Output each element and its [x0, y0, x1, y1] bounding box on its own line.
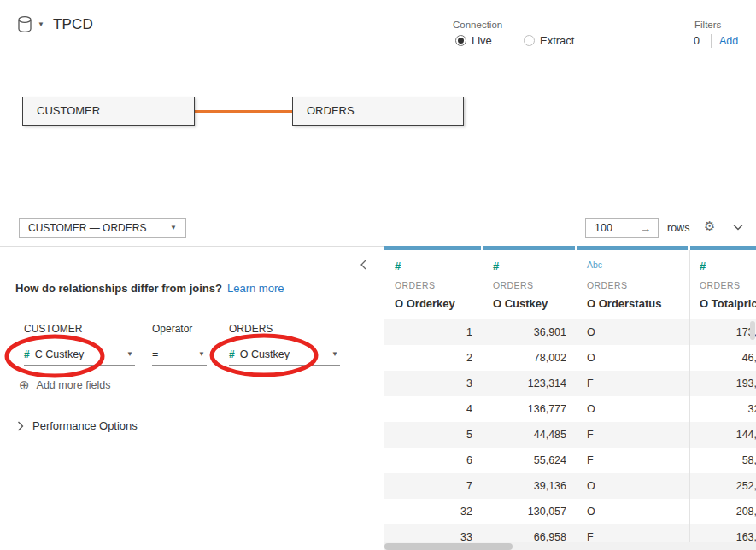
- horizontal-scrollbar-thumb[interactable]: [384, 543, 513, 550]
- column-header-custkey[interactable]: # ORDERS O Custkey: [483, 250, 577, 319]
- column-header-totalprice[interactable]: # ORDERS O Totalprice: [689, 250, 756, 319]
- table-row: 6 55,624 F 58,7: [384, 448, 756, 473]
- gear-icon[interactable]: ⚙: [704, 219, 715, 234]
- operator-label: Operator: [152, 323, 192, 335]
- left-table-label: CUSTOMER: [24, 323, 82, 335]
- filters-label: Filters: [694, 20, 721, 30]
- add-filter-button[interactable]: Add: [719, 35, 738, 47]
- add-more-fields-label: Add more fields: [37, 379, 111, 391]
- cell-orderstatus: O: [577, 473, 689, 499]
- performance-options-toggle[interactable]: Performance Options: [17, 419, 138, 432]
- cell-orderkey: 4: [384, 396, 483, 422]
- cell-custkey: 136,777: [483, 396, 577, 422]
- chevron-right-icon: [17, 421, 24, 431]
- cell-orderkey: 3: [384, 371, 483, 396]
- collapse-pane-chevron-icon[interactable]: [360, 260, 373, 273]
- live-radio[interactable]: Live: [455, 34, 492, 47]
- cell-custkey: 55,624: [483, 448, 577, 473]
- right-field-dropdown[interactable]: # O Custkey ▼: [229, 343, 340, 366]
- relationship-selector-label: CUSTOMER — ORDERS: [28, 222, 146, 234]
- radio-selected-icon: [455, 35, 466, 46]
- chevron-down-icon: ▼: [198, 351, 205, 358]
- cell-totalprice: 58,7: [689, 448, 756, 473]
- cell-orderstatus: O: [577, 345, 689, 371]
- apply-rows-arrow-icon[interactable]: →: [640, 222, 651, 235]
- plus-circle-icon: ⊕: [19, 378, 30, 391]
- tableau-data-source-page: ▼ TPCD Connection Live Extract Filters 0…: [0, 0, 756, 550]
- cell-orderkey: 1: [384, 319, 483, 345]
- column-source: ORDERS: [587, 280, 627, 290]
- cell-orderkey: 7: [384, 473, 483, 499]
- cell-orderstatus: F: [577, 371, 689, 396]
- learn-more-link[interactable]: Learn more: [227, 282, 284, 295]
- cell-totalprice: 46,9: [689, 345, 756, 371]
- cell-totalprice: 173,6: [689, 319, 756, 345]
- relationship-selector[interactable]: CUSTOMER — ORDERS ▼: [19, 218, 186, 238]
- right-field-value: O Custkey: [240, 348, 290, 360]
- table-row: 4 136,777 O 32,: [384, 396, 756, 422]
- cell-orderstatus: F: [577, 448, 689, 473]
- number-icon: #: [395, 260, 400, 272]
- page-title: TPCD: [53, 16, 93, 33]
- cell-totalprice: 252,0: [689, 473, 756, 499]
- radio-unselected-icon: [524, 35, 535, 46]
- column-separator: [689, 250, 690, 547]
- vertical-scrollbar-thumb[interactable]: [750, 321, 755, 340]
- column-name: O Custkey: [493, 297, 548, 310]
- left-field-value: C Custkey: [35, 348, 85, 360]
- row-count-input[interactable]: 100 →: [585, 218, 659, 238]
- add-more-fields-button[interactable]: ⊕ Add more fields: [19, 378, 110, 391]
- filters-count: 0: [694, 35, 700, 47]
- relationship-noodle[interactable]: [195, 110, 292, 113]
- cell-totalprice: 208,6: [689, 499, 756, 524]
- column-source: ORDERS: [700, 280, 740, 290]
- operator-value: =: [152, 348, 158, 360]
- extract-radio[interactable]: Extract: [524, 34, 574, 47]
- cell-orderkey: 2: [384, 345, 483, 371]
- rows-label: rows: [667, 222, 689, 234]
- left-field-dropdown[interactable]: # C Custkey ▼: [24, 343, 135, 366]
- abc-string-icon: Abc: [587, 260, 602, 270]
- cell-custkey: 36,901: [483, 319, 577, 345]
- column-header-orderstatus[interactable]: Abc ORDERS O Orderstatus: [577, 250, 689, 319]
- number-icon: #: [229, 348, 234, 360]
- panel-top-border: [0, 208, 756, 208]
- right-table-label: ORDERS: [229, 323, 273, 335]
- cell-orderkey: 6: [384, 448, 483, 473]
- column-name: O Orderstatus: [587, 297, 661, 310]
- database-icon: [17, 15, 34, 35]
- cell-orderkey: 5: [384, 422, 483, 448]
- cell-orderstatus: F: [577, 422, 689, 448]
- operator-dropdown[interactable]: = ▼: [152, 343, 207, 366]
- cell-totalprice: 144,6: [689, 422, 756, 448]
- cell-orderstatus: O: [577, 396, 689, 422]
- table-row: 2 78,002 O 46,9: [384, 345, 756, 371]
- help-question: How do relationships differ from joins?: [15, 282, 222, 295]
- chevron-down-icon: ▼: [170, 225, 177, 231]
- cell-totalprice: 32,: [689, 396, 756, 422]
- column-name: O Orderkey: [395, 297, 455, 310]
- number-icon: #: [493, 260, 498, 272]
- canvas-table-orders[interactable]: ORDERS: [292, 97, 464, 126]
- canvas-table-customer[interactable]: CUSTOMER: [22, 97, 195, 126]
- table-row: 32 130,057 O 208,6: [384, 499, 756, 524]
- number-icon: #: [24, 348, 29, 360]
- chevron-down-icon: ▼: [126, 351, 133, 358]
- cell-custkey: 44,485: [483, 422, 577, 448]
- table-row: 3 123,314 F 193,8: [384, 371, 756, 396]
- cell-custkey: 130,057: [483, 499, 577, 524]
- filters-divider: [711, 34, 712, 48]
- database-menu[interactable]: ▼: [17, 15, 44, 35]
- grid-options-chevron-icon[interactable]: [733, 224, 743, 231]
- database-caret-icon: ▼: [38, 21, 44, 28]
- table-row: 1 36,901 O 173,6: [384, 319, 756, 345]
- relationships-help-text: How do relationships differ from joins?L…: [15, 282, 284, 295]
- cell-totalprice: 193,8: [689, 371, 756, 396]
- column-separator: [577, 250, 577, 547]
- cell-custkey: 78,002: [483, 345, 577, 371]
- column-header-orderkey[interactable]: # ORDERS O Orderkey: [384, 250, 483, 319]
- performance-options-label: Performance Options: [32, 419, 138, 432]
- column-source: ORDERS: [395, 280, 435, 290]
- number-icon: #: [700, 260, 705, 272]
- connection-label: Connection: [453, 20, 502, 30]
